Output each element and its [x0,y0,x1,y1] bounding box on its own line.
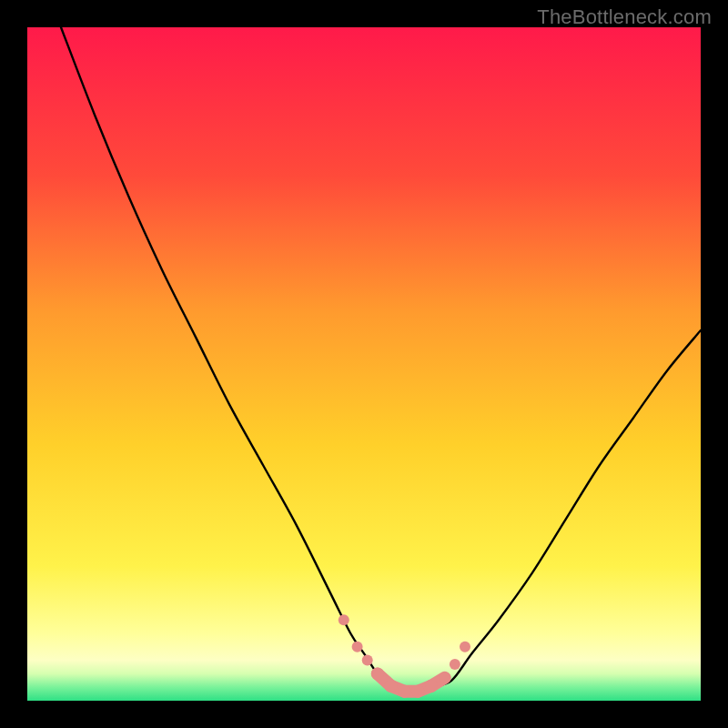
curve-marker [371,667,384,680]
gradient-bg [27,27,701,701]
curve-marker [385,680,398,693]
chart-frame: TheBottleneck.com [0,0,728,728]
chart-svg [27,27,701,701]
curve-marker [425,680,438,693]
curve-marker [440,672,450,683]
curve-marker [450,659,460,670]
watermark-text: TheBottleneck.com [537,5,712,29]
curve-marker [411,685,424,698]
curve-marker [362,655,373,666]
plot-area [27,27,701,701]
curve-marker [352,642,363,652]
curve-marker [398,685,410,698]
curve-marker [460,642,470,652]
curve-marker [339,614,349,625]
